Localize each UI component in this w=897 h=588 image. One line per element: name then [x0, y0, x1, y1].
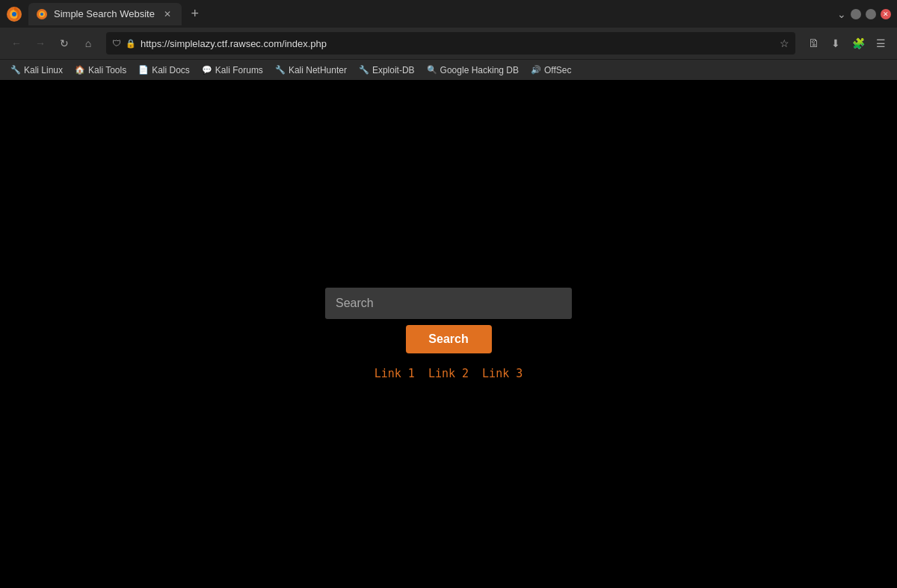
svg-point-2 — [12, 12, 16, 16]
new-tab-button[interactable]: + — [185, 4, 206, 25]
title-bar: Simple Search Website ✕ + ⌄ ✕ — [0, 0, 897, 28]
page-content: Search Link 1 Link 2 Link 3 — [0, 80, 897, 588]
back-button[interactable]: ← — [6, 33, 27, 54]
offsec-favicon: 🔊 — [531, 65, 541, 75]
pocket-icon[interactable]: 🖻 — [803, 33, 824, 54]
links-row: Link 1 Link 2 Link 3 — [374, 367, 523, 380]
bookmark-kali-linux[interactable]: 🔧 Kali Linux — [6, 64, 67, 77]
window-controls: ⌄ ✕ — [837, 8, 891, 20]
refresh-button[interactable]: ↻ — [54, 33, 75, 54]
tab-title: Simple Search Website — [54, 8, 155, 19]
shield-icon: 🛡 — [112, 38, 121, 49]
home-button[interactable]: ⌂ — [78, 33, 99, 54]
bookmark-kali-tools[interactable]: 🏠 Kali Tools — [70, 64, 131, 77]
nav-right-buttons: 🖻 ⬇ 🧩 ☰ — [803, 33, 891, 54]
close-button[interactable]: ✕ — [881, 9, 891, 19]
menu-button[interactable]: ☰ — [870, 33, 891, 54]
svg-point-5 — [40, 13, 43, 16]
kali-nethunter-label: Kali NetHunter — [289, 65, 347, 75]
minimize-button[interactable] — [851, 9, 861, 19]
search-button[interactable]: Search — [406, 325, 492, 353]
kali-linux-favicon: 🔧 — [10, 65, 21, 75]
tab-favicon-icon — [36, 8, 48, 20]
link-2[interactable]: Link 2 — [428, 367, 469, 380]
bookmark-kali-forums[interactable]: 💬 Kali Forums — [197, 64, 268, 77]
offsec-label: OffSec — [544, 65, 571, 75]
bookmark-offsec[interactable]: 🔊 OffSec — [526, 64, 576, 77]
kali-tools-label: Kali Tools — [88, 65, 126, 75]
google-hacking-favicon: 🔍 — [427, 65, 437, 75]
forward-button[interactable]: → — [30, 33, 51, 54]
link-3[interactable]: Link 3 — [482, 367, 523, 380]
bookmark-google-hacking-db[interactable]: 🔍 Google Hacking DB — [422, 64, 523, 77]
kali-nethunter-favicon: 🔧 — [275, 65, 286, 75]
exploit-db-label: Exploit-DB — [372, 65, 415, 75]
firefox-logo-icon — [6, 6, 22, 22]
tab-close-button[interactable]: ✕ — [161, 7, 174, 21]
address-bar[interactable]: 🛡 🔒 https://simplelazy.ctf.rawsec.com/in… — [106, 32, 795, 55]
maximize-button[interactable] — [866, 9, 876, 19]
url-text: https://simplelazy.ctf.rawsec.com/index.… — [141, 38, 775, 49]
exploit-db-favicon: 🔧 — [359, 65, 369, 75]
bookmark-exploit-db[interactable]: 🔧 Exploit-DB — [354, 64, 419, 77]
google-hacking-label: Google Hacking DB — [440, 65, 519, 75]
kali-tools-favicon: 🏠 — [75, 65, 85, 75]
active-tab[interactable]: Simple Search Website ✕ — [28, 3, 182, 25]
download-icon[interactable]: ⬇ — [825, 33, 846, 54]
extensions-icon[interactable]: 🧩 — [848, 33, 869, 54]
kali-docs-favicon: 📄 — [138, 65, 149, 75]
kali-docs-label: Kali Docs — [152, 65, 190, 75]
kali-forums-favicon: 💬 — [202, 65, 212, 75]
bookmark-star-icon[interactable]: ☆ — [780, 37, 789, 49]
nav-bar: ← → ↻ ⌂ 🛡 🔒 https://simplelazy.ctf.rawse… — [0, 28, 897, 59]
kali-linux-label: Kali Linux — [24, 65, 63, 75]
bookmarks-bar: 🔧 Kali Linux 🏠 Kali Tools 📄 Kali Docs 💬 … — [0, 59, 897, 80]
bookmark-kali-nethunter[interactable]: 🔧 Kali NetHunter — [271, 64, 351, 77]
tab-list-chevron-icon[interactable]: ⌄ — [837, 8, 846, 20]
link-1[interactable]: Link 1 — [374, 367, 415, 380]
bookmark-kali-docs[interactable]: 📄 Kali Docs — [134, 64, 194, 77]
lock-icon: 🔒 — [126, 39, 136, 49]
kali-forums-label: Kali Forums — [215, 65, 263, 75]
search-input[interactable] — [325, 288, 572, 319]
search-form: Search Link 1 Link 2 Link 3 — [325, 288, 572, 380]
